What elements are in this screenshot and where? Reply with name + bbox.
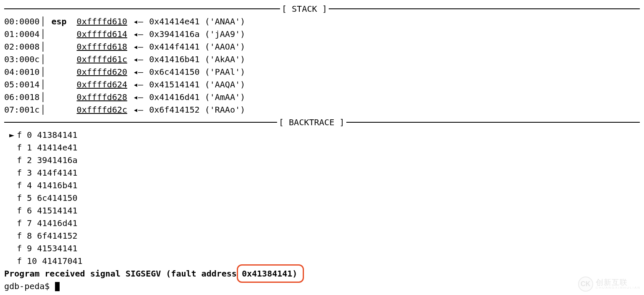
backtrace-frame: f 9	[17, 243, 32, 253]
stack-address: 0xffffd628	[77, 91, 127, 103]
stack-ascii: ('ANAA')	[205, 15, 245, 28]
vertical-bar-icon: │	[39, 66, 46, 78]
stack-register	[51, 91, 66, 103]
backtrace-frame: f 0	[17, 130, 32, 140]
stack-value: 0x41416d41	[149, 91, 199, 103]
backtrace-address: 414f4141	[37, 168, 77, 178]
stack-offset: 06:0018	[4, 91, 39, 103]
backtrace-pointer-icon	[4, 229, 17, 242]
backtrace-address: 41417041	[42, 256, 82, 266]
backtrace-address: 3941416a	[37, 155, 77, 165]
stack-row: 07:001c│ 0xffffd62c ◂— 0x6f414152 ('RAAo…	[4, 103, 640, 116]
vertical-bar-icon: │	[39, 28, 46, 40]
vertical-bar-icon: │	[39, 78, 46, 91]
vertical-bar-icon: │	[39, 40, 46, 53]
backtrace-frame: f 7	[17, 218, 32, 228]
stack-address: 0xffffd614	[77, 28, 127, 40]
stack-register	[51, 103, 66, 116]
signal-prefix: Program received signal SIGSEGV (fault a…	[4, 269, 242, 279]
backtrace-frame: f 4	[17, 180, 32, 190]
backtrace-container: ► f 0 41384141 f 1 41414e41 f 2 3941416a…	[4, 129, 640, 267]
left-arrow-icon: ◂—	[127, 91, 149, 103]
backtrace-address: 6f414152	[37, 231, 77, 241]
stack-ascii: ('AAQA')	[205, 78, 245, 91]
vertical-bar-icon: │	[39, 103, 46, 116]
backtrace-row: f 9 41534141	[4, 242, 640, 255]
backtrace-frame: f 3	[17, 168, 32, 178]
prompt-line[interactable]: gdb-peda$	[4, 280, 640, 292]
backtrace-pointer-icon	[4, 242, 17, 255]
stack-value: 0x6f414152	[149, 103, 199, 116]
backtrace-row: f 7 41416d41	[4, 217, 640, 229]
stack-register	[51, 40, 66, 53]
backtrace-frame: f 1	[17, 142, 32, 153]
backtrace-pointer-icon: ►	[4, 129, 17, 141]
backtrace-row: f 5 6c414150	[4, 192, 640, 204]
stack-row: 01:0004│ 0xffffd614 ◂— 0x3941416a ('jAA9…	[4, 28, 640, 40]
stack-ascii: ('AkAA')	[205, 53, 245, 66]
watermark-badge-circle: CK	[578, 277, 593, 292]
signal-message-line: Program received signal SIGSEGV (fault a…	[4, 267, 297, 280]
stack-register: esp	[51, 15, 66, 28]
stack-offset: 05:0014	[4, 78, 39, 91]
watermark: CK 创新互联 CHUANGXINHULIAN	[578, 277, 641, 292]
stack-row: 05:0014│ 0xffffd624 ◂— 0x41514141 ('AAQA…	[4, 78, 640, 91]
stack-row: 03:000c│ 0xffffd61c ◂— 0x41416b41 ('AkAA…	[4, 53, 640, 66]
stack-value: 0x6c414150	[149, 66, 199, 78]
stack-section-label: [ STACK ]	[280, 3, 329, 15]
backtrace-pointer-icon	[4, 192, 17, 204]
backtrace-frame: f 6	[17, 205, 32, 216]
stack-ascii: ('RAAo')	[205, 103, 245, 116]
backtrace-row: f 3 414f4141	[4, 166, 640, 179]
left-arrow-icon: ◂—	[127, 103, 149, 116]
left-arrow-icon: ◂—	[127, 66, 149, 78]
stack-ascii: ('AAOA')	[205, 40, 245, 53]
stack-register	[51, 78, 66, 91]
backtrace-row: ► f 0 41384141	[4, 129, 640, 141]
watermark-text-block: 创新互联 CHUANGXINHULIAN	[596, 279, 641, 290]
stack-value: 0x41514141	[149, 78, 199, 91]
stack-offset: 03:000c	[4, 53, 39, 66]
backtrace-section-divider: [ BACKTRACE ]	[4, 116, 640, 129]
watermark-main-text: 创新互联	[596, 279, 641, 286]
cursor-icon	[55, 282, 60, 291]
left-arrow-icon: ◂—	[127, 28, 149, 40]
vertical-bar-icon: │	[39, 91, 46, 103]
stack-address: 0xffffd618	[77, 40, 127, 53]
backtrace-address: 6c414150	[37, 193, 77, 203]
backtrace-address: 41514141	[37, 205, 77, 216]
left-arrow-icon: ◂—	[127, 78, 149, 91]
stack-value: 0x3941416a	[149, 28, 199, 40]
stack-row: 02:0008│ 0xffffd618 ◂— 0x414f4141 ('AAOA…	[4, 40, 640, 53]
stack-section-divider: [ STACK ]	[4, 3, 640, 15]
backtrace-pointer-icon	[4, 141, 17, 154]
backtrace-frame: f 5	[17, 193, 32, 203]
stack-address: 0xffffd61c	[77, 53, 127, 66]
left-arrow-icon: ◂—	[127, 40, 149, 53]
watermark-sub-text: CHUANGXINHULIAN	[596, 286, 641, 290]
stack-address: 0xffffd610	[77, 15, 127, 28]
backtrace-frame: f 8	[17, 231, 32, 241]
left-arrow-icon: ◂—	[127, 53, 149, 66]
backtrace-pointer-icon	[4, 217, 17, 229]
backtrace-pointer-icon	[4, 166, 17, 179]
backtrace-pointer-icon	[4, 154, 17, 166]
backtrace-row: f 2 3941416a	[4, 154, 640, 166]
signal-suffix: )	[292, 269, 297, 279]
stack-offset: 01:0004	[4, 28, 39, 40]
backtrace-pointer-icon	[4, 255, 17, 267]
backtrace-row: f 8 6f414152	[4, 229, 640, 242]
prompt-text: gdb-peda$	[4, 281, 55, 291]
backtrace-section-label: [ BACKTRACE ]	[277, 116, 346, 129]
stack-address: 0xffffd624	[77, 78, 127, 91]
backtrace-address: 41414e41	[37, 142, 77, 153]
backtrace-frame: f 10	[17, 256, 37, 266]
signal-fault-address: 0x41384141	[242, 269, 292, 279]
backtrace-row: f 10 41417041	[4, 255, 640, 267]
stack-row: 04:0010│ 0xffffd620 ◂— 0x6c414150 ('PAAl…	[4, 66, 640, 78]
stack-value: 0x41416b41	[149, 53, 199, 66]
stack-offset: 04:0010	[4, 66, 39, 78]
stack-container: 00:0000│ esp 0xffffd610 ◂— 0x41414e41 ('…	[4, 15, 640, 116]
stack-address: 0xffffd620	[77, 66, 127, 78]
stack-row: 00:0000│ esp 0xffffd610 ◂— 0x41414e41 ('…	[4, 15, 640, 28]
